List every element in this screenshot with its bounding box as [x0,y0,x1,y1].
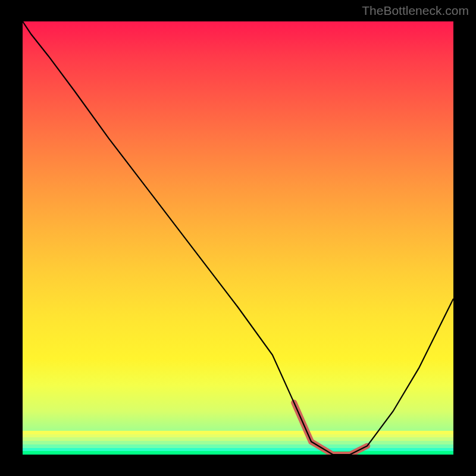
watermark-text: TheBottleneck.com [362,4,469,18]
chart-svg [23,21,453,455]
plot-area [23,21,453,455]
bottleneck-curve-line [23,21,453,455]
